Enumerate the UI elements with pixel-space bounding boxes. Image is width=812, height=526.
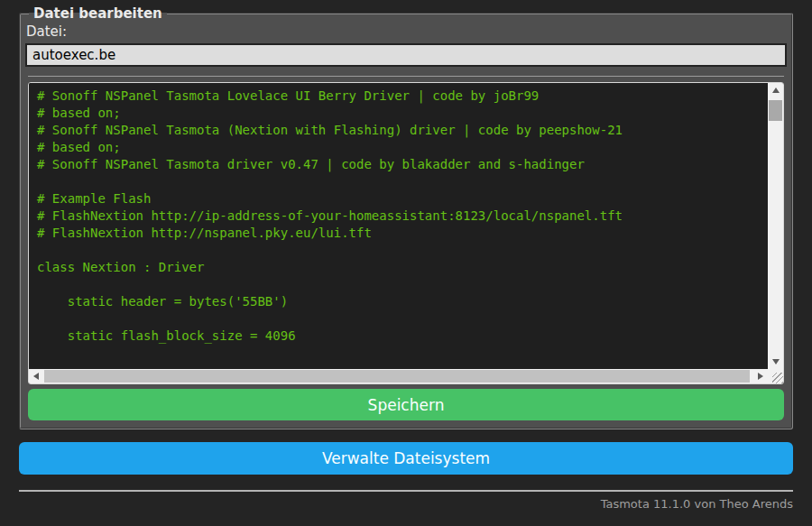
vertical-scrollbar-thumb[interactable] <box>769 100 782 121</box>
divider-line <box>28 76 784 77</box>
footer-author-text: von Theo Arends <box>690 497 793 511</box>
horizontal-scrollbar-thumb[interactable] <box>44 370 750 383</box>
scroll-down-button[interactable] <box>768 355 783 369</box>
manage-filesystem-button[interactable]: Verwalte Dateisystem <box>19 442 793 475</box>
page-container: Datei bearbeiten Datei: # Sonoff NSPanel… <box>19 0 793 511</box>
file-content-textarea[interactable]: # Sonoff NSPanel Tasmota Lovelace UI Ber… <box>29 83 768 369</box>
vertical-scrollbar[interactable] <box>768 83 783 369</box>
edit-file-panel: Datei bearbeiten Datei: # Sonoff NSPanel… <box>19 5 793 429</box>
scroll-down-icon <box>772 359 780 365</box>
file-label: Datei: <box>26 23 786 40</box>
panel-title: Datei bearbeiten <box>29 5 167 22</box>
scroll-right-button[interactable] <box>753 369 768 383</box>
scroll-left-icon <box>33 373 39 380</box>
save-button[interactable]: Speichern <box>28 389 784 420</box>
scroll-left-button[interactable] <box>29 369 43 383</box>
scroll-up-icon <box>772 88 780 93</box>
filename-input[interactable] <box>25 43 787 67</box>
horizontal-scrollbar[interactable] <box>29 369 768 383</box>
resize-grip-icon[interactable] <box>768 369 783 383</box>
scroll-right-icon <box>758 373 763 380</box>
scroll-up-button[interactable] <box>768 83 783 97</box>
page-footer: Tasmota 11.1.0 von Theo Arends <box>19 490 793 511</box>
footer-divider <box>19 490 793 492</box>
code-editor: # Sonoff NSPanel Tasmota Lovelace UI Ber… <box>28 82 784 384</box>
tasmota-version-link[interactable]: Tasmota 11.1.0 <box>601 497 691 511</box>
